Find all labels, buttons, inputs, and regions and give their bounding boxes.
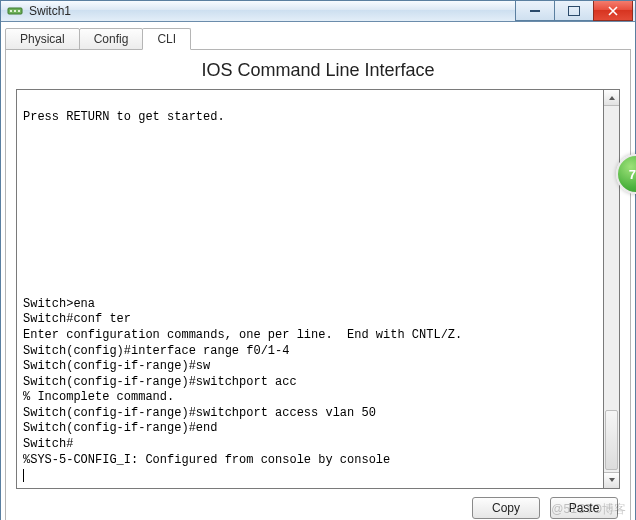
switch-device-icon: [7, 3, 23, 19]
window-controls: [516, 1, 633, 21]
tab-content-cli: IOS Command Line Interface Press RETURN …: [5, 50, 631, 520]
cli-heading: IOS Command Line Interface: [16, 60, 620, 81]
tab-config[interactable]: Config: [79, 28, 144, 50]
terminal-area: Press RETURN to get started. Switch>ena …: [16, 89, 620, 489]
scroll-down-button[interactable]: [604, 472, 619, 488]
maximize-button[interactable]: [554, 1, 594, 21]
scroll-up-button[interactable]: [604, 90, 619, 106]
window-title: Switch1: [29, 4, 71, 18]
tab-cli[interactable]: CLI: [142, 28, 191, 50]
copy-button[interactable]: Copy: [472, 497, 540, 519]
device-window: Switch1 Physical Config CLI IOS Command …: [0, 0, 636, 520]
titlebar[interactable]: Switch1: [1, 1, 635, 22]
tab-physical[interactable]: Physical: [5, 28, 80, 50]
close-button[interactable]: [593, 1, 633, 21]
svg-rect-1: [10, 10, 12, 12]
terminal-scrollbar[interactable]: [604, 89, 620, 489]
cli-terminal[interactable]: Press RETURN to get started. Switch>ena …: [16, 89, 604, 489]
scroll-thumb[interactable]: [605, 410, 618, 470]
minimize-button[interactable]: [515, 1, 555, 21]
client-area: Physical Config CLI IOS Command Line Int…: [1, 22, 635, 520]
tab-strip: Physical Config CLI: [5, 26, 631, 50]
cli-caret: [23, 469, 24, 482]
scroll-track[interactable]: [604, 106, 619, 472]
svg-rect-3: [18, 10, 20, 12]
paste-button[interactable]: Paste: [550, 497, 618, 519]
cli-button-row: Copy Paste: [16, 489, 620, 520]
svg-rect-2: [14, 10, 16, 12]
